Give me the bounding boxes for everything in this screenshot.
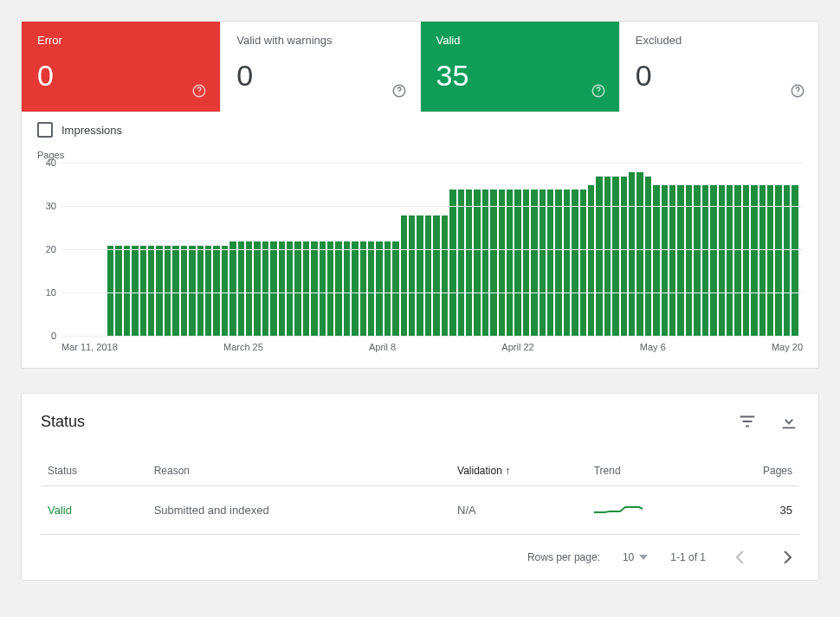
status-title: Status bbox=[41, 413, 85, 431]
bar bbox=[433, 215, 439, 337]
bar bbox=[148, 246, 154, 337]
bar bbox=[662, 185, 668, 337]
svg-point-3 bbox=[398, 93, 399, 94]
stat-valid[interactable]: Valid 35 bbox=[421, 22, 620, 112]
trend-sparkline bbox=[594, 502, 646, 516]
status-card: Status Status Reason Validation ↑ Trend … bbox=[21, 393, 819, 581]
bar bbox=[327, 241, 333, 337]
bar bbox=[270, 241, 276, 337]
bar bbox=[124, 246, 130, 337]
col-reason[interactable]: Reason bbox=[147, 456, 450, 486]
bar bbox=[132, 246, 138, 337]
bar bbox=[514, 190, 520, 337]
coverage-summary-card: Error 0 Valid with warnings 0 Valid 35 E… bbox=[21, 21, 819, 369]
stat-error[interactable]: Error 0 bbox=[22, 22, 221, 112]
bar bbox=[115, 246, 121, 337]
help-icon[interactable] bbox=[789, 82, 806, 100]
bar bbox=[189, 246, 195, 337]
bar bbox=[205, 246, 211, 337]
bar bbox=[596, 177, 602, 337]
bar bbox=[669, 185, 675, 337]
bar bbox=[229, 241, 236, 337]
svg-point-5 bbox=[598, 93, 598, 94]
stat-error-label: Error bbox=[37, 34, 204, 47]
bar bbox=[222, 246, 228, 337]
pagination-range: 1-1 of 1 bbox=[670, 551, 706, 563]
bar bbox=[572, 190, 578, 337]
col-validation[interactable]: Validation ↑ bbox=[450, 456, 587, 486]
row-trend bbox=[587, 486, 724, 535]
status-header: Status bbox=[41, 411, 799, 432]
bar bbox=[344, 241, 350, 337]
impressions-toggle[interactable]: Impressions bbox=[22, 112, 818, 143]
bar bbox=[352, 241, 358, 337]
stat-warnings[interactable]: Valid with warnings 0 bbox=[221, 22, 420, 112]
bar bbox=[320, 241, 326, 337]
bar bbox=[425, 215, 431, 337]
filter-icon[interactable] bbox=[737, 411, 758, 432]
stat-excluded-label: Excluded bbox=[636, 34, 803, 47]
bar bbox=[694, 185, 700, 337]
table-row[interactable]: Valid Submitted and indexed N/A 35 bbox=[41, 486, 799, 535]
bar bbox=[612, 177, 618, 337]
bar-plot bbox=[61, 164, 803, 337]
bar bbox=[376, 241, 382, 337]
row-status: Valid bbox=[41, 486, 147, 535]
status-table: Status Reason Validation ↑ Trend Pages V… bbox=[41, 456, 799, 535]
stat-warnings-label: Valid with warnings bbox=[236, 34, 404, 47]
row-pages: 35 bbox=[723, 486, 799, 535]
bar bbox=[547, 190, 553, 337]
bar bbox=[710, 185, 716, 337]
sort-asc-icon: ↑ bbox=[505, 465, 510, 477]
bar bbox=[499, 190, 505, 337]
bar bbox=[140, 246, 146, 337]
chevron-right-icon bbox=[783, 551, 792, 563]
bar bbox=[759, 185, 766, 337]
bar bbox=[490, 190, 496, 337]
bar bbox=[311, 241, 317, 337]
bar bbox=[751, 185, 757, 337]
bar bbox=[287, 241, 293, 337]
bar bbox=[458, 190, 464, 337]
bar bbox=[442, 215, 448, 337]
svg-point-7 bbox=[797, 93, 798, 94]
stat-row: Error 0 Valid with warnings 0 Valid 35 E… bbox=[22, 22, 818, 112]
bar bbox=[629, 172, 635, 337]
table-toolbar bbox=[737, 411, 799, 432]
bar bbox=[213, 246, 219, 337]
col-pages[interactable]: Pages bbox=[723, 456, 799, 486]
bar bbox=[238, 241, 244, 337]
prev-page-button[interactable] bbox=[728, 545, 753, 569]
bar bbox=[335, 241, 341, 337]
bar bbox=[165, 246, 171, 337]
help-icon[interactable] bbox=[191, 82, 208, 100]
col-status[interactable]: Status bbox=[41, 456, 147, 486]
bar bbox=[197, 246, 204, 337]
svg-point-1 bbox=[199, 93, 200, 94]
bar bbox=[531, 190, 537, 337]
bar bbox=[686, 185, 692, 337]
bar bbox=[507, 190, 513, 337]
rows-per-page-select[interactable]: 10 bbox=[623, 551, 648, 563]
y-axis-label: Pages bbox=[37, 150, 803, 160]
col-trend[interactable]: Trend bbox=[587, 456, 724, 486]
stat-valid-label: Valid bbox=[436, 34, 604, 47]
stat-excluded-value: 0 bbox=[636, 59, 803, 93]
bar bbox=[636, 172, 643, 337]
help-icon[interactable] bbox=[590, 82, 607, 100]
bar bbox=[719, 185, 725, 337]
bar bbox=[734, 185, 740, 337]
bar bbox=[172, 246, 178, 337]
bar bbox=[645, 177, 651, 337]
bar bbox=[580, 190, 586, 337]
next-page-button[interactable] bbox=[775, 545, 799, 569]
help-icon[interactable] bbox=[391, 82, 408, 100]
chart-area: Pages 010203040 Mar 11, 2018March 25Apri… bbox=[22, 143, 818, 368]
chevron-left-icon bbox=[736, 551, 745, 563]
bar bbox=[743, 185, 749, 337]
bar bbox=[482, 190, 488, 337]
download-icon[interactable] bbox=[779, 411, 799, 432]
stat-excluded[interactable]: Excluded 0 bbox=[620, 22, 818, 112]
stat-warnings-value: 0 bbox=[236, 59, 404, 93]
impressions-label: Impressions bbox=[61, 124, 122, 137]
